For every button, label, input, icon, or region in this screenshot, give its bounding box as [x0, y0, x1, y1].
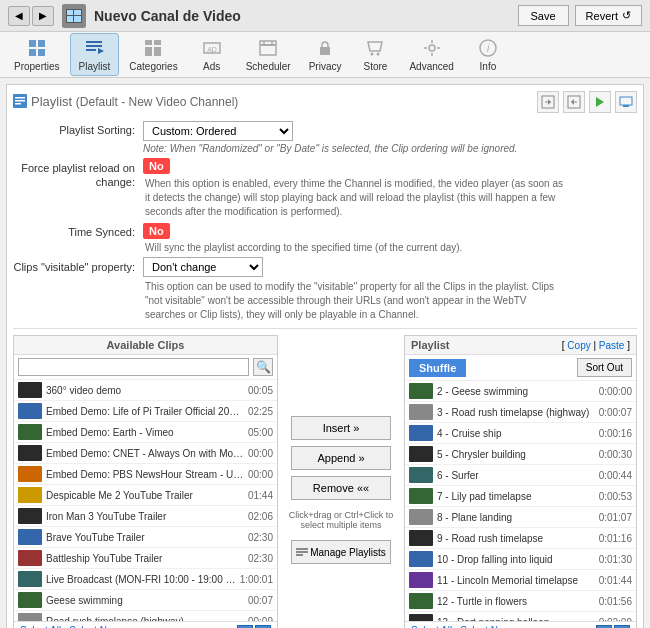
search-input[interactable]: [18, 358, 249, 376]
manage-playlists-button[interactable]: Manage Playlists: [291, 540, 391, 564]
append-button[interactable]: Append »: [291, 446, 391, 470]
svg-rect-8: [38, 49, 45, 56]
svg-rect-34: [15, 97, 25, 99]
clip-list-item[interactable]: 360° video demo 00:05: [14, 380, 277, 401]
clip-list-item[interactable]: Geese swimming 00:07: [14, 590, 277, 611]
clip-list-item[interactable]: Live Broadcast (MON-FRI 10:00 - 19:00 GM…: [14, 569, 277, 590]
clip-list-item[interactable]: Despicable Me 2 YouTube Trailer 01:44: [14, 485, 277, 506]
sorting-note: Note: When "Randomized" or "By Date" is …: [143, 143, 637, 154]
available-clips-header: Available Clips: [14, 336, 277, 355]
playlist-list-item[interactable]: 3 - Road rush timelapse (highway) 0:00:0…: [405, 402, 636, 423]
export-icon-btn[interactable]: [537, 91, 559, 113]
clip-duration: 01:44: [248, 490, 273, 501]
monitor-icon-btn[interactable]: [615, 91, 637, 113]
svg-rect-1: [67, 10, 73, 15]
sorting-content: Custom: Ordered Randomized By Date Note:…: [143, 121, 637, 154]
svg-rect-35: [15, 100, 25, 102]
shuffle-button[interactable]: Shuffle: [409, 359, 466, 377]
clip-thumbnail: [18, 487, 42, 503]
paste-link[interactable]: Paste: [599, 340, 625, 351]
revert-button[interactable]: Revert ↺: [575, 5, 642, 26]
clip-thumbnail: [18, 508, 42, 524]
playlist-section-header: Playlist (Default - New Video Channel): [13, 91, 637, 113]
clip-thumbnail: [18, 571, 42, 587]
clip-list-item[interactable]: Road rush timelapse (highway) 00:09: [14, 611, 277, 621]
toolbar-categories[interactable]: Categories: [121, 34, 185, 75]
store-icon: [364, 37, 386, 59]
force-reload-row: Force playlist reload on change: No When…: [13, 158, 637, 219]
nav-buttons: ◀ ▶: [8, 6, 54, 26]
playlist-list-item[interactable]: 2 - Geese swimming 0:00:00: [405, 381, 636, 402]
playlist-list-item[interactable]: 9 - Road rush timelapse 0:01:16: [405, 528, 636, 549]
playlist-thumbnail: [409, 572, 433, 588]
svg-rect-36: [15, 103, 21, 105]
clip-list-item[interactable]: Embed Demo: PBS NewsHour Stream - UStrea…: [14, 464, 277, 485]
playlist-items: 2 - Geese swimming 0:00:00 3 - Road rush…: [405, 381, 636, 621]
clip-name: Iron Man 3 YouTube Trailer: [46, 511, 244, 522]
clip-list-item[interactable]: Battleship YouTube Trailer 02:30: [14, 548, 277, 569]
clip-name: Embed Demo: Life of Pi Trailer Official …: [46, 406, 244, 417]
clip-thumbnail: [18, 592, 42, 608]
svg-rect-13: [145, 40, 152, 45]
clip-list-item[interactable]: Iron Man 3 YouTube Trailer 02:06: [14, 506, 277, 527]
toolbar-properties[interactable]: Properties: [6, 34, 68, 75]
clip-name: Embed Demo: PBS NewsHour Stream - UStrea…: [46, 469, 244, 480]
advanced-icon: [421, 37, 443, 59]
playlist-list-item[interactable]: 7 - Lily pad timelapse 0:00:53: [405, 486, 636, 507]
forward-button[interactable]: ▶: [32, 6, 54, 26]
toolbar: Properties Playlist Categories AD Ads Sc…: [0, 32, 650, 78]
playlist-list-item[interactable]: 8 - Plane landing 0:01:07: [405, 507, 636, 528]
copy-link[interactable]: Copy: [567, 340, 590, 351]
sort-out-button[interactable]: Sort Out: [577, 358, 632, 377]
playlist-thumbnail: [409, 614, 433, 621]
clip-thumbnail: [18, 466, 42, 482]
playlist-list-item[interactable]: 13 - Dart popping balloon 0:02:09: [405, 612, 636, 621]
advanced-label: Advanced: [409, 61, 453, 72]
clip-list-item[interactable]: Embed Demo: Earth - Vimeo 05:00: [14, 422, 277, 443]
clip-thumbnail: [18, 529, 42, 545]
remove-button[interactable]: Remove ««: [291, 476, 391, 500]
playlist-bracket-label: [ Copy | Paste ]: [562, 340, 630, 351]
playlist-list-item[interactable]: 10 - Drop falling into liquid 0:01:30: [405, 549, 636, 570]
playlist-list-item[interactable]: 12 - Turtle in flowers 0:01:56: [405, 591, 636, 612]
clip-list-item[interactable]: Embed Demo: CNET - Always On with Molly …: [14, 443, 277, 464]
playlist-list-item[interactable]: 5 - Chrysler building 0:00:30: [405, 444, 636, 465]
toolbar-advanced[interactable]: Advanced: [401, 34, 461, 75]
svg-text:i: i: [487, 43, 490, 54]
playlist-list-item[interactable]: 11 - Lincoln Memorial timelapse 0:01:44: [405, 570, 636, 591]
search-button[interactable]: 🔍: [253, 358, 273, 376]
toolbar-info[interactable]: i Info: [464, 34, 512, 75]
playlist-item-duration: 0:00:00: [599, 386, 632, 397]
sorting-select[interactable]: Custom: Ordered Randomized By Date: [143, 121, 293, 141]
playlist-footer: Select All Select None ▲ ▼: [405, 621, 636, 628]
clip-list: 360° video demo 00:05 Embed Demo: Life o…: [14, 380, 277, 621]
time-synced-desc: Will sync the playlist according to the …: [143, 242, 637, 253]
playlist-title-row: Playlist (Default - New Video Channel): [13, 94, 238, 111]
playlist-item-name: 5 - Chrysler building: [437, 449, 595, 460]
play-icon-btn[interactable]: [589, 91, 611, 113]
playlist-list-item[interactable]: 6 - Surfer 0:00:44: [405, 465, 636, 486]
clip-list-item[interactable]: Embed Demo: Life of Pi Trailer Official …: [14, 401, 277, 422]
save-button[interactable]: Save: [518, 5, 569, 26]
svg-rect-16: [154, 47, 161, 56]
drag-note: Click+drag or Ctrl+Click to select multi…: [286, 510, 396, 530]
toolbar-scheduler[interactable]: Scheduler: [238, 34, 299, 75]
playlist-list-item[interactable]: 4 - Cruise ship 0:00:16: [405, 423, 636, 444]
playlist-thumbnail: [409, 593, 433, 609]
toolbar-ads[interactable]: AD Ads: [188, 34, 236, 75]
toolbar-store[interactable]: Store: [351, 34, 399, 75]
toolbar-privacy[interactable]: Privacy: [301, 34, 350, 75]
svg-rect-46: [296, 548, 308, 550]
clip-duration: 02:25: [248, 406, 273, 417]
back-button[interactable]: ◀: [8, 6, 30, 26]
sorting-label: Playlist Sorting:: [13, 121, 143, 136]
playlist-item-name: 11 - Lincoln Memorial timelapse: [437, 575, 595, 586]
insert-button[interactable]: Insert »: [291, 416, 391, 440]
clips-visible-select[interactable]: Don't change Visitable Not visitable: [143, 257, 263, 277]
clip-list-item[interactable]: Brave YouTube Trailer 02:30: [14, 527, 277, 548]
import-icon-btn[interactable]: [563, 91, 585, 113]
clip-name: Live Broadcast (MON-FRI 10:00 - 19:00 GM…: [46, 574, 236, 585]
toolbar-playlist[interactable]: Playlist: [70, 33, 120, 76]
playlist-item-duration: 0:01:07: [599, 512, 632, 523]
playlist-item-name: 4 - Cruise ship: [437, 428, 595, 439]
